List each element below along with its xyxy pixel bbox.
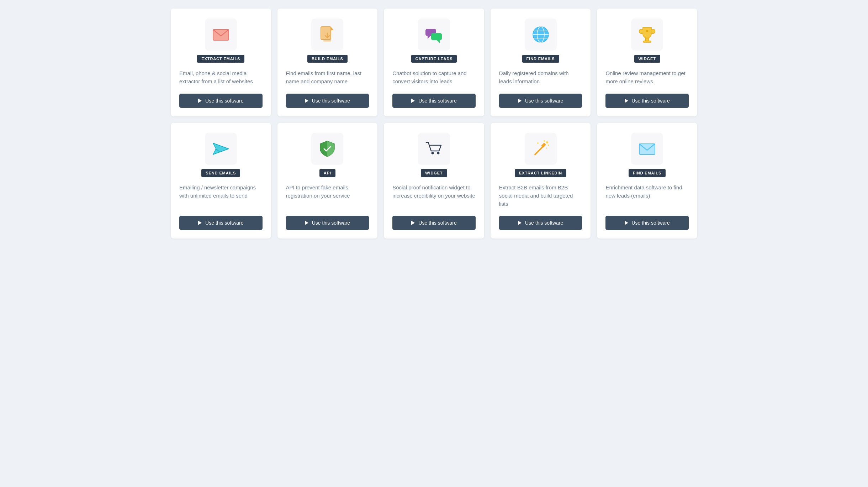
card-desc-widget-trophy: Online review management to get more onl… bbox=[605, 69, 689, 86]
card-extract-emails: EXTRACT EMAILS Email, phone & social med… bbox=[171, 9, 271, 116]
use-software-button-send-emails[interactable]: Use this software bbox=[179, 216, 263, 230]
card-send-emails: SEND EMAILS Emailing / newsletter campai… bbox=[171, 123, 271, 239]
card-build-emails: BUILD EMAILS Find emails from first name… bbox=[277, 9, 378, 116]
card-badge-find-emails-envelope: FIND EMAILS bbox=[629, 169, 666, 177]
trophy-icon bbox=[631, 19, 663, 51]
card-desc-find-emails-globe: Daily registered domains with leads info… bbox=[499, 69, 582, 86]
play-icon bbox=[198, 221, 202, 225]
use-software-button-extract-linkedin[interactable]: Use this software bbox=[499, 216, 582, 230]
magic-wand-icon bbox=[525, 133, 557, 165]
svg-rect-1 bbox=[321, 27, 331, 40]
svg-marker-6 bbox=[428, 36, 430, 39]
cart-icon bbox=[418, 133, 450, 165]
svg-line-21 bbox=[535, 146, 544, 155]
card-desc-extract-emails: Email, phone & social media extractor fr… bbox=[179, 69, 263, 86]
svg-marker-8 bbox=[437, 40, 440, 43]
use-software-label: Use this software bbox=[525, 220, 563, 226]
use-software-button-extract-emails[interactable]: Use this software bbox=[179, 94, 263, 108]
use-software-button-build-emails[interactable]: Use this software bbox=[286, 94, 369, 108]
card-find-emails-globe: FIND EMAILS Daily registered domains wit… bbox=[491, 9, 591, 116]
use-software-label: Use this software bbox=[312, 98, 350, 104]
use-software-label: Use this software bbox=[205, 98, 243, 104]
use-software-label: Use this software bbox=[525, 98, 563, 104]
use-software-button-widget-trophy[interactable]: Use this software bbox=[605, 94, 689, 108]
play-icon bbox=[625, 99, 628, 103]
card-desc-find-emails-envelope: Enrichment data software to find new lea… bbox=[605, 183, 689, 208]
card-badge-extract-linkedin: EXTRACT LINKEDIN bbox=[515, 169, 566, 177]
svg-point-19 bbox=[431, 152, 434, 154]
play-icon bbox=[518, 221, 522, 225]
play-icon bbox=[305, 221, 308, 225]
card-badge-build-emails: BUILD EMAILS bbox=[307, 55, 348, 63]
card-widget-cart: WIDGET Social proof notification widget … bbox=[384, 123, 484, 239]
envelope-red-icon bbox=[205, 19, 237, 51]
svg-marker-2 bbox=[331, 27, 334, 30]
card-badge-api: API bbox=[319, 169, 335, 177]
card-badge-widget-cart: WIDGET bbox=[421, 169, 447, 177]
card-api: API API to prevent fake emails registrat… bbox=[277, 123, 378, 239]
card-desc-build-emails: Find emails from first name, last name a… bbox=[286, 69, 369, 86]
use-software-label: Use this software bbox=[312, 220, 350, 226]
card-desc-send-emails: Emailing / newsletter campaigns with unl… bbox=[179, 183, 263, 208]
document-download-icon bbox=[311, 19, 343, 51]
play-icon bbox=[305, 99, 308, 103]
software-grid: EXTRACT EMAILS Email, phone & social med… bbox=[171, 9, 697, 239]
card-extract-linkedin: EXTRACT LINKEDIN Extract B2B emails from… bbox=[491, 123, 591, 239]
use-software-label: Use this software bbox=[205, 220, 243, 226]
svg-rect-14 bbox=[645, 38, 649, 41]
svg-point-27 bbox=[546, 147, 547, 148]
svg-rect-7 bbox=[431, 33, 442, 40]
use-software-button-find-emails-globe[interactable]: Use this software bbox=[499, 94, 582, 108]
card-badge-find-emails-globe: FIND EMAILS bbox=[522, 55, 559, 63]
use-software-button-api[interactable]: Use this software bbox=[286, 216, 369, 230]
card-desc-widget-cart: Social proof notification widget to incr… bbox=[392, 183, 476, 208]
play-icon bbox=[625, 221, 628, 225]
svg-point-20 bbox=[437, 152, 439, 154]
card-find-emails-envelope: FIND EMAILS Enrichment data software to … bbox=[597, 123, 697, 239]
globe-icon bbox=[525, 19, 557, 51]
card-desc-capture-leads: Chatbot solution to capture and convert … bbox=[392, 69, 476, 86]
paper-plane-icon bbox=[205, 133, 237, 165]
card-desc-api: API to prevent fake emails registration … bbox=[286, 183, 369, 208]
play-icon bbox=[411, 99, 415, 103]
envelope-blue-icon bbox=[631, 133, 663, 165]
svg-point-23 bbox=[546, 141, 548, 143]
card-widget-trophy: WIDGET Online review management to get m… bbox=[597, 9, 697, 116]
card-capture-leads: CAPTURE LEADS Chatbot solution to captur… bbox=[384, 9, 484, 116]
card-badge-widget-trophy: WIDGET bbox=[634, 55, 660, 63]
play-icon bbox=[198, 99, 202, 103]
svg-point-26 bbox=[537, 142, 539, 144]
play-icon bbox=[518, 99, 522, 103]
svg-point-24 bbox=[544, 140, 545, 142]
card-desc-extract-linkedin: Extract B2B emails from B2B social media… bbox=[499, 183, 582, 208]
play-icon bbox=[411, 221, 415, 225]
use-software-label: Use this software bbox=[418, 220, 456, 226]
use-software-label: Use this software bbox=[632, 220, 670, 226]
use-software-button-widget-cart[interactable]: Use this software bbox=[392, 216, 476, 230]
chat-bubbles-icon bbox=[418, 19, 450, 51]
svg-marker-17 bbox=[213, 143, 229, 155]
svg-point-25 bbox=[548, 145, 549, 146]
card-badge-capture-leads: CAPTURE LEADS bbox=[411, 55, 457, 63]
use-software-button-capture-leads[interactable]: Use this software bbox=[392, 94, 476, 108]
use-software-button-find-emails-envelope[interactable]: Use this software bbox=[605, 216, 689, 230]
card-badge-send-emails: SEND EMAILS bbox=[201, 169, 240, 177]
shield-icon bbox=[311, 133, 343, 165]
svg-rect-15 bbox=[643, 41, 651, 42]
use-software-label: Use this software bbox=[632, 98, 670, 104]
use-software-label: Use this software bbox=[418, 98, 456, 104]
card-badge-extract-emails: EXTRACT EMAILS bbox=[197, 55, 244, 63]
